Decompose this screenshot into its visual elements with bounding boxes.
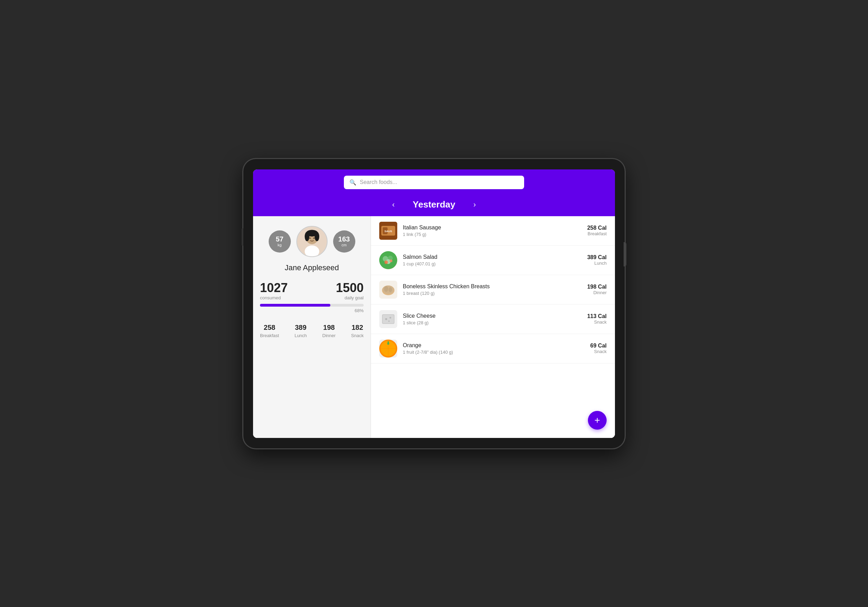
list-item[interactable]: Boneless Skinless Chicken Breasts 1 brea… — [371, 275, 615, 305]
food-thumbnail-salad — [379, 251, 397, 269]
svg-point-4 — [304, 232, 309, 241]
svg-point-21 — [384, 286, 388, 292]
food-cal-section: 258 Cal Breakfast — [572, 225, 607, 236]
calories-goal: 1500 — [336, 280, 364, 295]
consumed-label: consumed — [260, 295, 288, 300]
svg-text:SAUS: SAUS — [384, 230, 392, 233]
food-meal: Snack — [572, 319, 607, 325]
meal-snack: 182 Snack — [351, 324, 364, 338]
search-input[interactable]: Search foods... — [360, 179, 519, 185]
food-thumbnail-sausage: SAUS — [379, 222, 397, 240]
progress-percent: 68% — [260, 308, 364, 313]
food-portion: 1 link (75 g) — [403, 232, 566, 237]
svg-point-6 — [309, 237, 311, 239]
svg-point-7 — [313, 237, 315, 239]
side-button-left — [242, 228, 243, 246]
weight-value: 57 — [276, 235, 283, 243]
device-frame: 🔍 Search foods... ‹ Yesterday › 57 kg — [243, 159, 625, 448]
height-unit: cm — [341, 243, 347, 247]
svg-rect-36 — [388, 341, 389, 344]
food-portion: 1 breast (120 g) — [403, 291, 566, 296]
food-list: SAUS Italian Sausage 1 link (75 g) 258 C… — [371, 216, 615, 364]
device-screen: 🔍 Search foods... ‹ Yesterday › 57 kg — [253, 169, 615, 438]
food-meal: Lunch — [572, 260, 607, 266]
svg-point-26 — [385, 318, 387, 320]
food-calories: 198 Cal — [572, 284, 607, 290]
search-bar[interactable]: 🔍 Search foods... — [344, 176, 524, 189]
user-name: Jane Appleseed — [285, 263, 339, 272]
calories-section: 1027 consumed 1500 daily goal 68% — [260, 280, 364, 319]
left-panel: 57 kg — [253, 216, 371, 438]
food-thumbnail-chicken — [379, 280, 397, 299]
food-thumbnail-orange — [379, 339, 397, 358]
food-info: Salmon Salad 1 cup (407.01 g) — [403, 254, 566, 266]
avatar-image — [297, 227, 327, 256]
food-calories: 389 Cal — [572, 254, 607, 260]
list-item[interactable]: Orange 1 fruit (2-7/8" dia) (140 g) 69 C… — [371, 334, 615, 364]
weight-unit: kg — [277, 243, 282, 247]
food-portion: 1 fruit (2-7/8" dia) (140 g) — [403, 350, 566, 355]
dinner-calories: 198 — [323, 324, 335, 331]
current-date-label: Yesterday — [413, 199, 456, 210]
lunch-calories: 389 — [295, 324, 307, 331]
breakfast-calories: 258 — [264, 324, 275, 331]
food-meal: Snack — [572, 349, 607, 354]
food-info: Orange 1 fruit (2-7/8" dia) (140 g) — [403, 342, 566, 355]
breakfast-label: Breakfast — [260, 333, 279, 338]
cheese-image — [379, 310, 397, 328]
calories-consumed: 1027 — [260, 280, 288, 295]
svg-point-16 — [384, 260, 388, 264]
food-name: Italian Sausage — [403, 225, 566, 231]
food-calories: 69 Cal — [572, 343, 607, 349]
main-content: 57 kg — [253, 216, 615, 438]
food-name: Boneless Skinless Chicken Breasts — [403, 283, 566, 290]
lunch-label: Lunch — [294, 333, 307, 338]
svg-point-5 — [315, 232, 319, 241]
food-portion: 1 cup (407.01 g) — [403, 261, 566, 266]
food-info: Boneless Skinless Chicken Breasts 1 brea… — [403, 283, 566, 296]
food-thumbnail-cheese — [379, 310, 397, 328]
meal-lunch: 389 Lunch — [294, 324, 307, 338]
prev-date-button[interactable]: ‹ — [388, 199, 398, 211]
svg-point-17 — [390, 260, 392, 262]
side-button-right — [624, 242, 626, 266]
food-portion: 1 slice (28 g) — [403, 320, 566, 325]
next-date-button[interactable]: › — [469, 199, 480, 211]
food-info: Slice Cheese 1 slice (28 g) — [403, 313, 566, 325]
goal-label: daily goal — [336, 295, 364, 300]
right-panel: SAUS Italian Sausage 1 link (75 g) 258 C… — [371, 216, 615, 438]
app-header: 🔍 Search foods... ‹ Yesterday › — [253, 169, 615, 216]
food-cal-section: 198 Cal Dinner — [572, 284, 607, 295]
svg-rect-25 — [383, 315, 394, 323]
chicken-image — [379, 280, 397, 299]
food-cal-section: 113 Cal Snack — [572, 313, 607, 325]
food-cal-section: 389 Cal Lunch — [572, 254, 607, 266]
food-calories: 113 Cal — [572, 313, 607, 319]
height-value: 163 — [338, 235, 350, 243]
food-name: Orange — [403, 342, 566, 348]
food-info: Italian Sausage 1 link (75 g) — [403, 225, 566, 237]
snack-calories: 182 — [352, 324, 363, 331]
add-food-button[interactable]: + — [588, 411, 607, 430]
food-name: Salmon Salad — [403, 254, 566, 260]
progress-bar-container — [260, 304, 364, 307]
meal-dinner: 198 Dinner — [322, 324, 336, 338]
food-meal: Dinner — [572, 290, 607, 295]
list-item[interactable]: SAUS Italian Sausage 1 link (75 g) 258 C… — [371, 216, 615, 246]
progress-bar-fill — [260, 304, 330, 307]
food-cal-section: 69 Cal Snack — [572, 343, 607, 354]
meal-breakfast: 258 Breakfast — [260, 324, 279, 338]
list-item[interactable]: Slice Cheese 1 slice (28 g) 113 Cal Snac… — [371, 305, 615, 334]
meal-breakdown: 258 Breakfast 389 Lunch 198 Dinner 182 S… — [260, 324, 364, 338]
list-item[interactable]: Salmon Salad 1 cup (407.01 g) 389 Cal Lu… — [371, 246, 615, 275]
date-navigation: ‹ Yesterday › — [260, 195, 608, 216]
svg-point-28 — [388, 321, 390, 322]
food-meal: Breakfast — [572, 231, 607, 236]
svg-point-27 — [390, 317, 391, 318]
salad-image — [379, 251, 397, 269]
profile-section: 57 kg — [269, 226, 355, 257]
svg-point-22 — [389, 287, 392, 292]
weight-badge: 57 kg — [269, 231, 291, 252]
sausage-image: SAUS — [379, 222, 397, 240]
food-name: Slice Cheese — [403, 313, 566, 319]
